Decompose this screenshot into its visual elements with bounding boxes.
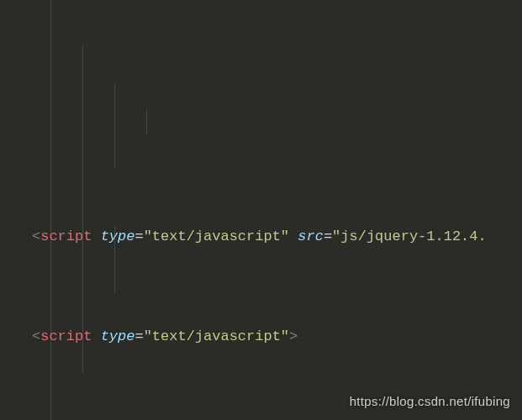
watermark-text: https://blog.csdn.net/ifubing [350, 391, 510, 412]
code-editor[interactable]: <script type="text/javascript" src="js/j… [0, 0, 522, 420]
tag-script: script [40, 328, 92, 344]
equals: = [324, 228, 332, 244]
indent-guide [50, 0, 51, 420]
angle-close: > [289, 328, 298, 344]
angle-open: < [32, 328, 40, 344]
string-src: "js/jquery-1.12.4. [332, 228, 487, 244]
indent-guide [146, 109, 147, 134]
tag-script: script [40, 228, 92, 244]
equals: = [134, 228, 143, 244]
code-line: <script type="text/javascript" src="js/j… [0, 227, 522, 247]
indent-guide [82, 45, 83, 373]
attr-type: type [101, 328, 135, 344]
code-line: <script type="text/javascript"> [0, 327, 522, 347]
attr-type: type [101, 228, 135, 244]
attr-src: src [298, 228, 324, 244]
string-textjs: "text/javascript" [144, 228, 289, 244]
angle-open: < [32, 228, 40, 244]
indent-guide [114, 84, 115, 168]
equals: = [134, 328, 143, 344]
string-textjs: "text/javascript" [144, 328, 289, 344]
